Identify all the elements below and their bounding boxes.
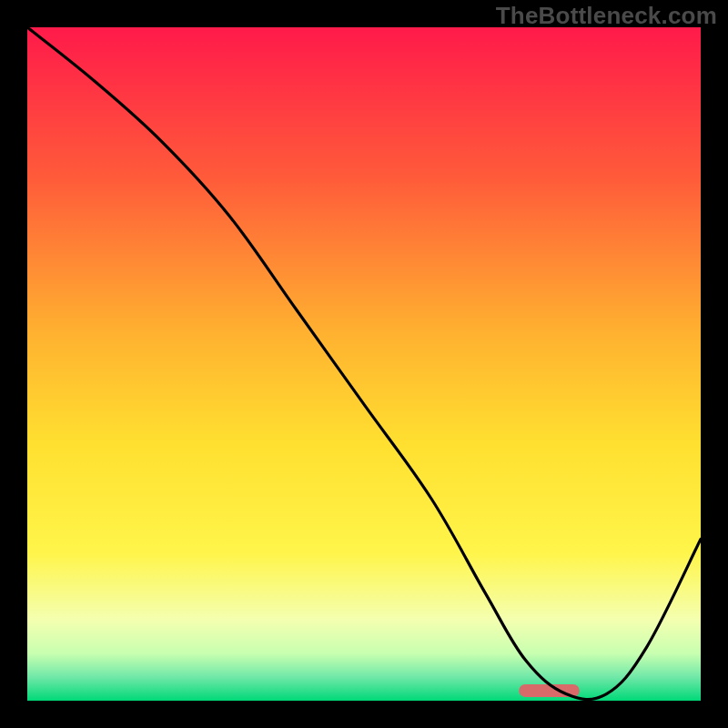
gradient-background (27, 27, 701, 701)
bottleneck-chart (0, 0, 728, 728)
chart-frame: TheBottleneck.com (0, 0, 728, 728)
watermark-text: TheBottleneck.com (496, 2, 717, 30)
